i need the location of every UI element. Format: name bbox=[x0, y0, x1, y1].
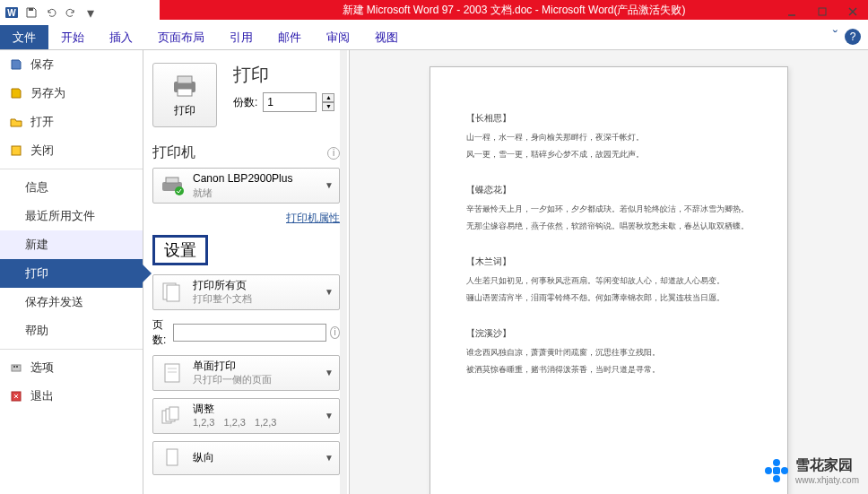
info-icon[interactable]: i bbox=[330, 326, 340, 339]
svg-rect-23 bbox=[169, 407, 178, 420]
copies-input[interactable] bbox=[263, 92, 317, 112]
tab-review[interactable]: 审阅 bbox=[314, 25, 362, 49]
doc-heading: 【浣溪沙】 bbox=[466, 327, 751, 340]
window-title: 新建 Microsoft Word 97 - 2003 文档.doc - Mic… bbox=[343, 3, 686, 18]
file-menu-sidebar: 保存 另存为 打开 关闭 信息 最近所用文件 新建 打印 保存并发送 帮助 选项… bbox=[0, 50, 143, 494]
sidebar-item-save[interactable]: 保存 bbox=[0, 50, 143, 79]
preview-page: 【长相思】 山一程，水一程，身向榆关那畔行，夜深千帐灯。 风一更，雪一更，聒碎乡… bbox=[430, 66, 788, 494]
info-icon[interactable]: i bbox=[327, 147, 340, 160]
options-icon bbox=[9, 360, 23, 375]
word-app-icon[interactable]: W bbox=[4, 4, 20, 21]
svg-rect-14 bbox=[166, 178, 178, 183]
print-range-label: 打印所有页 bbox=[193, 279, 317, 293]
tab-view[interactable]: 视图 bbox=[362, 25, 411, 49]
sidebar-item-info[interactable]: 信息 bbox=[0, 173, 143, 202]
copies-label: 份数: bbox=[233, 95, 257, 110]
backstage-view: 保存 另存为 打开 关闭 信息 最近所用文件 新建 打印 保存并发送 帮助 选项… bbox=[0, 50, 868, 494]
print-button-label: 打印 bbox=[174, 103, 195, 118]
pages-icon bbox=[159, 280, 186, 305]
print-settings-panel: 打印 打印 份数: ▲▼ 打印机 i Canon LBP2900Plus 就绪 bbox=[143, 50, 350, 494]
undo-icon[interactable] bbox=[43, 4, 59, 21]
orientation-label: 纵向 bbox=[193, 451, 317, 465]
printer-selector[interactable]: Canon LBP2900Plus 就绪 ▼ bbox=[152, 168, 340, 204]
svg-point-26 bbox=[765, 467, 772, 474]
scrollbar[interactable] bbox=[340, 50, 347, 494]
print-range-sub: 打印整个文档 bbox=[193, 292, 317, 305]
sidebar-item-recent[interactable]: 最近所用文件 bbox=[0, 202, 143, 230]
single-page-icon bbox=[159, 360, 186, 386]
printer-icon bbox=[169, 73, 201, 100]
sidebar-item-options[interactable]: 选项 bbox=[0, 353, 143, 382]
ribbon-tabs: 文件 开始 插入 页面布局 引用 邮件 审阅 视图 ˇ ? bbox=[0, 25, 868, 50]
tab-insert[interactable]: 插入 bbox=[97, 25, 145, 49]
sidebar-item-help[interactable]: 帮助 bbox=[0, 316, 143, 345]
quick-access-toolbar: W ▾ bbox=[0, 4, 99, 21]
svg-rect-17 bbox=[167, 285, 179, 301]
save-icon bbox=[9, 57, 23, 72]
printer-status: 就绪 bbox=[193, 186, 317, 199]
saveas-icon bbox=[9, 86, 23, 100]
svg-point-28 bbox=[773, 475, 780, 482]
svg-rect-7 bbox=[13, 366, 15, 368]
sidebar-label: 关闭 bbox=[30, 143, 54, 159]
sidebar-label: 选项 bbox=[30, 360, 54, 376]
chevron-down-icon: ▼ bbox=[325, 411, 334, 420]
svg-rect-18 bbox=[165, 364, 179, 382]
collate-seg: 1,2,3 bbox=[255, 416, 276, 429]
collate-selector[interactable]: 调整 1,2,3 1,2,3 1,2,3 ▼ bbox=[152, 398, 340, 434]
tab-mail[interactable]: 邮件 bbox=[265, 25, 314, 49]
printer-name: Canon LBP2900Plus bbox=[193, 172, 317, 186]
collate-label: 调整 bbox=[193, 403, 317, 417]
doc-line: 风一更，雪一更，聒碎乡心梦不成，故园无此声。 bbox=[466, 149, 751, 160]
chevron-down-icon: ▼ bbox=[325, 180, 334, 190]
tab-reference[interactable]: 引用 bbox=[217, 25, 265, 49]
save-icon[interactable] bbox=[23, 4, 39, 21]
help-icon[interactable]: ? bbox=[845, 29, 861, 45]
svg-rect-11 bbox=[178, 76, 192, 83]
sidebar-label: 退出 bbox=[30, 388, 54, 404]
svg-rect-4 bbox=[819, 8, 826, 15]
watermark-sub: www.xhjaty.com bbox=[795, 475, 859, 485]
copies-spinner[interactable]: ▲▼ bbox=[322, 93, 334, 111]
close-button[interactable] bbox=[845, 4, 861, 20]
sidebar-item-new[interactable]: 新建 bbox=[0, 230, 143, 259]
collate-seg: 1,2,3 bbox=[193, 416, 214, 429]
window-controls bbox=[784, 4, 861, 20]
svg-point-25 bbox=[773, 459, 780, 466]
qat-dropdown-icon[interactable]: ▾ bbox=[82, 4, 99, 21]
sidebar-item-saveas[interactable]: 另存为 bbox=[0, 79, 143, 108]
portrait-icon bbox=[159, 446, 186, 471]
svg-rect-5 bbox=[12, 146, 21, 155]
redo-icon[interactable] bbox=[63, 4, 79, 21]
pages-input[interactable] bbox=[173, 324, 326, 342]
print-button[interactable]: 打印 bbox=[152, 63, 217, 127]
sidebar-item-savesend[interactable]: 保存并发送 bbox=[0, 288, 143, 316]
svg-rect-24 bbox=[167, 449, 178, 465]
tab-home[interactable]: 开始 bbox=[48, 25, 97, 49]
doc-line: 骊山语罢清宵半，泪雨零铃终不怨。何如薄幸锦衣郎，比翼连枝当日愿。 bbox=[466, 292, 751, 304]
duplex-selector[interactable]: 单面打印 只打印一侧的页面 ▼ bbox=[152, 355, 340, 391]
sidebar-item-open[interactable]: 打开 bbox=[0, 108, 143, 136]
sidebar-item-print[interactable]: 打印 bbox=[0, 259, 143, 288]
printer-properties-link[interactable]: 打印机属性 bbox=[152, 211, 340, 226]
doc-line: 辛苦最怜天上月，一夕如环，夕夕都成玦。若似月轮终皎洁，不辞冰雪为卿热。 bbox=[466, 204, 751, 215]
sidebar-item-exit[interactable]: 退出 bbox=[0, 382, 143, 411]
svg-text:W: W bbox=[7, 8, 16, 18]
orientation-selector[interactable]: 纵向 ▼ bbox=[152, 441, 340, 475]
print-range-selector[interactable]: 打印所有页 打印整个文档 ▼ bbox=[152, 274, 340, 310]
tab-file[interactable]: 文件 bbox=[0, 25, 48, 49]
sidebar-item-close[interactable]: 关闭 bbox=[0, 136, 143, 165]
doc-heading: 【长相思】 bbox=[466, 112, 751, 125]
duplex-label: 单面打印 bbox=[193, 360, 317, 374]
print-preview: 【长相思】 山一程，水一程，身向榆关那畔行，夜深千帐灯。 风一更，雪一更，聒碎乡… bbox=[350, 50, 868, 494]
svg-point-27 bbox=[781, 467, 788, 474]
ribbon-min-icon[interactable]: ˇ bbox=[833, 29, 838, 45]
close-icon bbox=[9, 143, 23, 158]
duplex-sub: 只打印一侧的页面 bbox=[193, 373, 317, 386]
tab-layout[interactable]: 页面布局 bbox=[145, 25, 217, 49]
restore-button[interactable] bbox=[814, 4, 830, 20]
doc-line: 无那尘缘容易绝，燕子依然，软踏帘钩说。唱罢秋坟愁未歇，春丛认取双栖蝶。 bbox=[466, 221, 751, 232]
sidebar-label: 保存 bbox=[30, 56, 54, 73]
minimize-button[interactable] bbox=[784, 4, 800, 20]
print-title: 打印 bbox=[233, 63, 334, 87]
